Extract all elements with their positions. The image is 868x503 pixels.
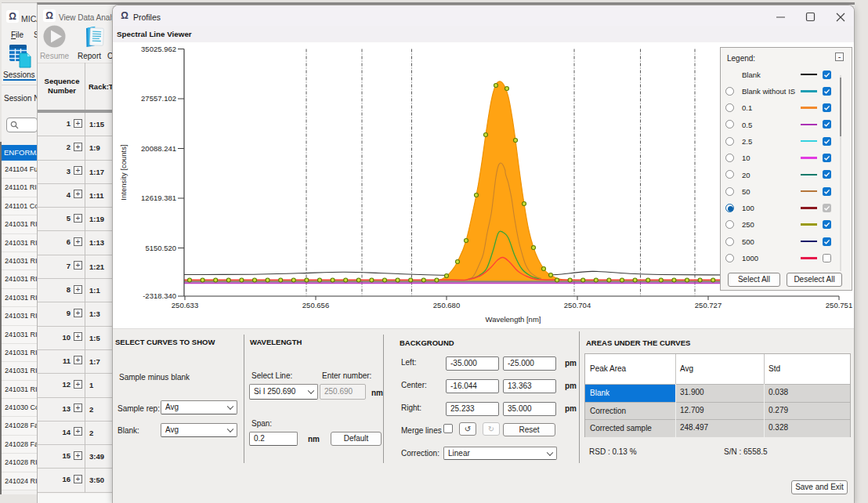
svg-text:27557.102: 27557.102 [141, 94, 176, 103]
svg-text:250.751: 250.751 [826, 301, 852, 309]
svg-text:Intensity [counts]: Intensity [counts] [119, 144, 128, 200]
svg-text:Wavelength [nm]: Wavelength [nm] [486, 315, 541, 324]
svg-text:20088.241: 20088.241 [141, 144, 176, 153]
svg-text:250.656: 250.656 [302, 301, 329, 309]
svg-text:250.680: 250.680 [433, 301, 460, 309]
svg-text:250.727: 250.727 [695, 301, 722, 309]
svg-text:12619.381: 12619.381 [141, 194, 176, 202]
svg-text:-2318.340: -2318.340 [143, 291, 176, 300]
svg-text:250.704: 250.704 [564, 301, 591, 309]
svg-text:5150.520: 5150.520 [145, 244, 176, 252]
svg-text:250.633: 250.633 [172, 301, 198, 309]
svg-text:35025.962: 35025.962 [141, 45, 176, 53]
